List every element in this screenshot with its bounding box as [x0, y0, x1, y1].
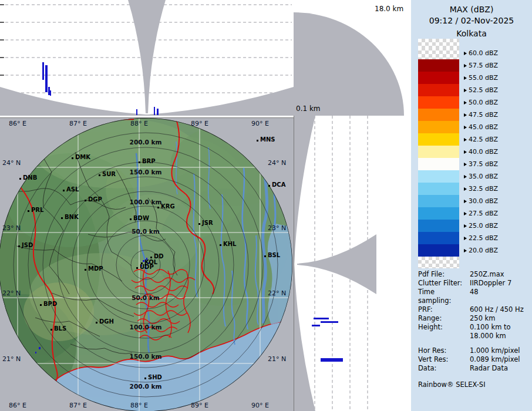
city-marker [139, 161, 140, 163]
legend-label: 47.5 dBZ [469, 111, 498, 119]
latitude-label: 21° N [268, 355, 286, 363]
city-marker [18, 245, 20, 247]
legend-entry: 60.0 dBZ [418, 47, 530, 59]
legend-label: 20.0 dBZ [469, 247, 498, 254]
city-marker [130, 218, 132, 220]
legend-swatch [418, 170, 459, 183]
longitude-label: 88° E [130, 402, 148, 409]
legend-swatch [418, 158, 459, 170]
map-overlay: 86° E86° E87° E87° E88° E88° E89° E89° E… [0, 117, 294, 411]
longitude-label: 89° E [191, 402, 208, 409]
height-min-label: 0.1 km [296, 105, 321, 113]
legend-label: 52.5 dBZ [469, 86, 498, 94]
metadata-label: Vert Res: [418, 355, 470, 364]
legend-entry: 37.5 dBZ [418, 158, 530, 170]
color-scale-legend: 60.0 dBZ57.5 dBZ55.0 dBZ52.5 dBZ50.0 dBZ… [418, 39, 530, 268]
metadata-row: Height:0.100 km to [418, 323, 531, 332]
longitude-label: 88° E [130, 120, 148, 127]
legend-arrow-icon [464, 76, 467, 80]
range-ring-label: 150.0 km [130, 169, 162, 176]
metadata-label: Pdf File: [418, 270, 470, 279]
timestamp: 09:12 / 02-Nov-2025 [411, 15, 532, 26]
metadata-value: 48 [470, 288, 479, 305]
metadata-value: 1.000 km/pixel [470, 346, 520, 355]
city-label: PRL [31, 207, 43, 213]
range-ring-label: 150.0 km [130, 353, 162, 360]
legend-label: 32.5 dBZ [469, 185, 498, 193]
city-label: BRP [142, 158, 156, 164]
legend-entry: 32.5 dBZ [418, 183, 530, 195]
legend-arrow-icon [464, 101, 467, 105]
software-brand: Rainbow® SELEX-SI [418, 380, 531, 389]
legend-swatch [418, 146, 459, 158]
corner-dome-graphic [294, 0, 411, 116]
legend-arrow-icon [464, 200, 467, 203]
latitude-label: 23° N [268, 224, 286, 232]
city-marker [96, 322, 97, 324]
metadata-row: Data:Radar Data [418, 364, 531, 373]
metadata-row: Hor Res:1.000 km/pixel [418, 346, 531, 355]
city-label: SHD [148, 374, 162, 380]
legend-entry: 27.5 dBZ [418, 207, 530, 220]
metadata-value: 18.000 km [470, 332, 506, 341]
legend-entry: 40.0 dBZ [418, 146, 530, 158]
city-label: JSR [202, 220, 213, 226]
legend-arrow-icon [464, 249, 467, 252]
latitude-label: 23° N [2, 224, 21, 232]
xz-cross-section-panel [0, 0, 294, 116]
metadata-label: Data: [418, 364, 470, 373]
city-marker [136, 267, 138, 269]
legend-label: 25.0 dBZ [469, 222, 498, 230]
legend-label: 50.0 dBZ [469, 99, 498, 106]
legend-swatch [418, 59, 459, 72]
legend-entry: 20.0 dBZ [418, 244, 530, 257]
city-marker [19, 178, 21, 180]
latitude-label: 24° N [2, 159, 21, 167]
latitude-label: 22° N [2, 289, 21, 297]
xz-cross-section-graphic [0, 0, 294, 116]
metadata-label: Height: [418, 323, 470, 332]
city-marker [198, 223, 200, 225]
metadata-rows: Pdf File:250Z.maxClutter Filter:IIRDoppl… [418, 270, 531, 373]
metadata-row: 18.000 km [418, 332, 531, 341]
city-label: DGP [88, 196, 102, 203]
legend-swatch [418, 244, 459, 257]
city-marker [72, 157, 73, 159]
range-ring-label: 50.0 km [132, 228, 160, 235]
height-max-label: 18.0 km [375, 5, 403, 13]
city-label: KRG [161, 203, 175, 210]
metadata-value: 0.100 km to [470, 323, 511, 332]
title-block: MAX (dBZ) 09:12 / 02-Nov-2025 Kolkata [411, 4, 532, 39]
metadata-label: Hor Res: [418, 346, 470, 355]
legend-swatch [418, 109, 459, 121]
longitude-label: 86° E [9, 402, 26, 409]
city-marker [268, 185, 270, 187]
legend-swatch [418, 72, 459, 84]
city-marker [61, 217, 63, 219]
legend-entry: 42.5 dBZ [418, 133, 530, 146]
longitude-label: 86° E [9, 120, 26, 127]
metadata-label: PRF: [418, 305, 470, 314]
range-ring-label: 100.0 km [130, 324, 162, 331]
yz-cross-section-graphic [294, 116, 376, 411]
legend-arrow-icon [464, 224, 467, 228]
range-ring-label: 200.0 km [130, 383, 162, 390]
city-label: BLS [54, 325, 66, 332]
radar-display-window: 86° E86° E87° E87° E88° E88° E89° E89° E… [0, 0, 532, 411]
metadata-label [418, 332, 470, 341]
metadata-label: Clutter Filter: [418, 279, 470, 288]
legend-arrow-icon [464, 237, 467, 240]
legend-label: 45.0 dBZ [469, 123, 498, 131]
range-ring-label: 100.0 km [130, 198, 162, 206]
city-marker [264, 255, 266, 257]
city-marker [150, 257, 152, 258]
latitude-label: 21° N [2, 355, 21, 363]
metadata-value: IIRDoppler 7 [470, 279, 511, 288]
legend-entry: 47.5 dBZ [418, 109, 530, 121]
city-label: UDP [140, 264, 154, 270]
longitude-label: 90° E [251, 120, 269, 127]
city-marker [99, 174, 100, 176]
city-label: BSL [268, 252, 280, 258]
echo-bars-side [312, 318, 343, 362]
range-ring-label: 200.0 km [130, 139, 162, 146]
